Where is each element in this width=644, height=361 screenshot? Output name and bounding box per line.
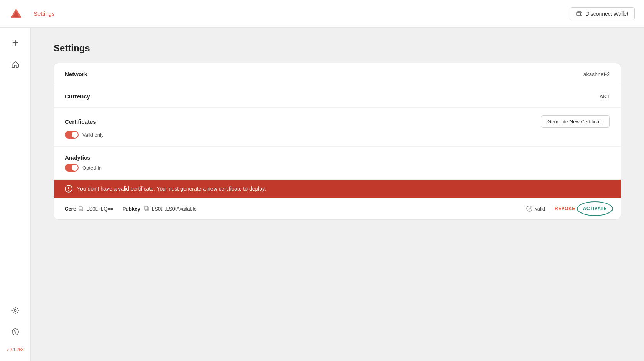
currency-label: Currency [65,93,126,100]
valid-check-icon [526,206,532,212]
sidebar: v.0.1.253 [0,28,31,361]
pubkey-label: Pubkey: [122,206,142,212]
content-area: Settings Network akashnet-2 Currency AKT… [31,28,644,361]
currency-value: AKT [600,93,610,100]
pubkey-field: Pubkey: LS0t...LS0tAvailable [122,206,196,212]
wallet-icon [576,11,582,17]
certificates-toggle-row: Valid only [65,131,104,139]
svg-point-4 [15,333,15,333]
nav-settings-label: Settings [34,10,54,17]
gear-icon [11,306,20,315]
plus-icon [11,39,20,47]
analytics-toggle-knob [72,165,78,171]
analytics-toggle-label: Opted-in [82,165,102,171]
analytics-toggle[interactable] [65,164,79,172]
main-layout: v.0.1.253 Settings Network akashnet-2 Cu… [0,28,644,361]
cert-actions-divider [550,204,550,213]
question-icon [11,328,20,336]
sidebar-top [6,34,25,301]
certificates-row: Certificates Generate New Certificate Va… [54,108,621,147]
valid-badge: valid [526,206,545,212]
version-label: v.0.1.253 [7,347,23,352]
cert-value: LS0t...LQ== [86,206,113,212]
pubkey-value: LS0t...LS0tAvailable [152,206,197,212]
toggle-knob [72,132,78,138]
activate-btn-wrapper: ACTIVATE [580,204,610,213]
cert-copy-icon[interactable] [79,206,84,211]
sidebar-item-home[interactable] [6,55,25,74]
disconnect-wallet-button[interactable]: Disconnect Wallet [570,7,635,20]
alert-message: You don't have a valid certificate. You … [77,186,266,192]
analytics-row: Analytics Opted-in [54,147,621,180]
network-row: Network akashnet-2 [54,63,621,85]
top-nav: Settings Disconnect Wallet [0,0,644,28]
currency-row: Currency AKT [54,85,621,108]
network-value: akashnet-2 [583,71,610,77]
svg-point-6 [68,190,69,191]
certificates-header: Certificates Generate New Certificate [65,115,610,128]
certificates-toggle-label: Valid only [82,132,104,138]
sidebar-item-help[interactable] [6,323,25,341]
cert-actions: valid REVOKE ACTIVATE [526,204,610,213]
sidebar-item-settings[interactable] [6,301,25,320]
generate-certificate-button[interactable]: Generate New Certificate [541,115,610,128]
svg-rect-10 [145,206,148,210]
settings-card: Network akashnet-2 Currency AKT Certific… [54,63,621,220]
svg-rect-1 [580,13,581,15]
logo [9,7,23,21]
svg-point-2 [14,309,16,312]
page-title: Settings [54,43,621,54]
activate-button[interactable]: ACTIVATE [580,204,610,213]
valid-label: valid [535,206,545,212]
sidebar-bottom: v.0.1.253 [6,301,25,355]
pubkey-copy-icon[interactable] [144,206,150,211]
certificates-label: Certificates [65,118,126,125]
alert-banner: You don't have a valid certificate. You … [54,180,621,198]
analytics-label: Analytics [65,154,126,161]
home-icon [11,60,20,69]
sidebar-item-add[interactable] [6,34,25,52]
certificates-toggle[interactable] [65,131,79,139]
cert-field: Cert: LS0t...LQ== [65,206,113,212]
svg-rect-8 [79,206,82,210]
cert-info-row: Cert: LS0t...LQ== Pubkey: LS0t...LS0tAva… [54,198,621,219]
alert-icon [65,185,72,193]
analytics-toggle-row: Opted-in [65,164,102,172]
network-label: Network [65,71,126,77]
svg-point-11 [527,206,532,211]
cert-label: Cert: [65,206,76,212]
top-nav-right: Disconnect Wallet [570,7,635,20]
revoke-button[interactable]: REVOKE [555,206,575,211]
disconnect-wallet-label: Disconnect Wallet [585,11,628,17]
